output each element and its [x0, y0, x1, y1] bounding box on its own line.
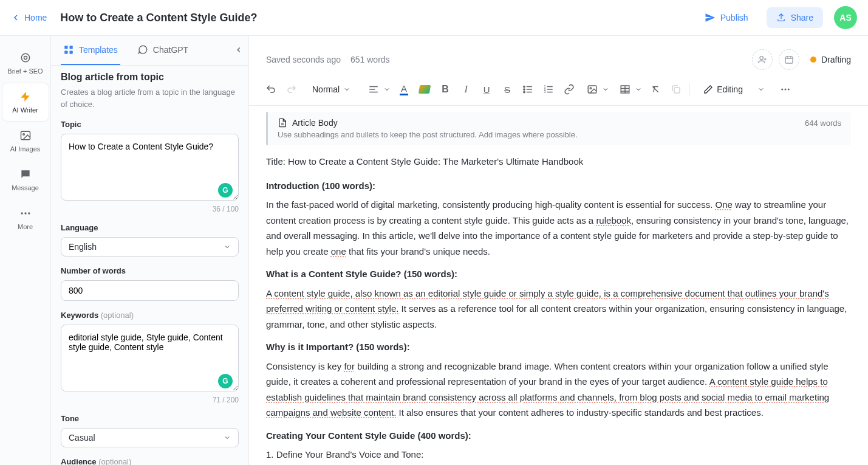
home-label: Home: [24, 13, 47, 22]
status-dot-icon: [810, 57, 816, 63]
more-icon: [780, 84, 791, 95]
text-color-icon: A: [400, 84, 408, 95]
more-icon: [19, 207, 32, 219]
share-button[interactable]: Share: [767, 7, 823, 28]
table-icon: [620, 84, 630, 95]
section-intro-head: Introduction (100 words):: [266, 178, 851, 194]
topic-input[interactable]: How to Create a Content Style Guide?: [61, 134, 239, 201]
keywords-counter: 71 / 200: [61, 396, 239, 404]
align-button[interactable]: [361, 80, 393, 99]
word-count: 651 words: [350, 55, 390, 64]
chevron-down-icon: [224, 434, 231, 441]
article-body-header: Article Body 644 words Use subheadings a…: [266, 112, 851, 145]
bolt-icon: [19, 91, 32, 103]
chevron-left-icon: [11, 13, 21, 22]
image-insert-button[interactable]: [580, 80, 612, 99]
topic-counter: 36 / 100: [61, 205, 239, 213]
underline-button[interactable]: U: [477, 80, 496, 99]
link-button[interactable]: [559, 80, 579, 99]
section-why-head: Why is it Important? (150 words):: [266, 339, 851, 355]
image-icon: [19, 129, 32, 142]
user-plus-icon: [757, 55, 767, 64]
tab-chatgpt[interactable]: ChatGPT: [135, 36, 191, 65]
svg-rect-8: [70, 46, 73, 49]
topic-label: Topic: [61, 120, 239, 129]
body-word-count: 644 words: [805, 119, 841, 128]
more-tools-button[interactable]: [776, 80, 795, 99]
redo-button[interactable]: [282, 80, 301, 99]
text-color-button[interactable]: A: [394, 80, 414, 99]
rail-ai-writer[interactable]: AI Writer: [2, 83, 49, 121]
svg-rect-12: [785, 57, 793, 63]
underline-icon: U: [484, 84, 490, 95]
upload-icon: [776, 13, 786, 22]
numbered-list-button[interactable]: 123: [539, 80, 558, 99]
section-create-head: Creating Your Content Style Guide (400 w…: [266, 428, 851, 444]
svg-point-1: [24, 57, 27, 60]
undo-icon: [265, 84, 276, 95]
svg-point-11: [760, 57, 763, 60]
rail-message[interactable]: Message: [2, 161, 49, 199]
publish-button[interactable]: Publish: [696, 7, 757, 28]
chevron-down-icon: [757, 86, 765, 93]
audience-label: Audience (optional): [61, 457, 239, 465]
user-avatar[interactable]: AS: [834, 6, 857, 29]
collapse-sidebar-button[interactable]: [233, 44, 245, 56]
keywords-input[interactable]: editorial style guide, Style guide, Cont…: [61, 325, 239, 391]
grammarly-badge[interactable]: G: [218, 374, 233, 388]
svg-point-13: [524, 86, 525, 87]
italic-button[interactable]: I: [456, 80, 476, 99]
editing-mode-select[interactable]: Editing: [697, 81, 771, 98]
grammarly-badge[interactable]: G: [218, 183, 233, 198]
words-input[interactable]: [61, 280, 239, 301]
clear-format-button[interactable]: [646, 80, 665, 99]
bullet-list-icon: [522, 84, 533, 95]
rail-brief-seo[interactable]: Brief + SEO: [2, 44, 49, 82]
svg-text:3: 3: [544, 90, 546, 94]
paragraph-style-select[interactable]: Normal: [306, 81, 357, 98]
keywords-label: Keywords (optional): [61, 311, 239, 320]
highlight-button[interactable]: [415, 80, 434, 99]
language-label: Language: [61, 223, 239, 232]
svg-point-24: [784, 89, 786, 91]
section-what-head: What is a Content Style Guide? (150 word…: [266, 266, 851, 282]
svg-point-20: [590, 88, 591, 89]
document-title[interactable]: How to Create a Content Style Guide?: [60, 12, 257, 24]
svg-point-5: [24, 212, 26, 214]
calendar-icon: [784, 55, 794, 64]
strikethrough-icon: S: [504, 84, 510, 95]
align-left-icon: [368, 84, 379, 95]
add-date-button[interactable]: [779, 49, 799, 70]
svg-rect-22: [674, 88, 680, 93]
bold-button[interactable]: B: [436, 80, 455, 99]
svg-point-14: [524, 89, 525, 90]
bold-icon: B: [442, 84, 449, 95]
chat-icon: [137, 44, 148, 55]
svg-point-25: [788, 89, 790, 91]
redo-icon: [286, 84, 297, 95]
undo-button[interactable]: [261, 80, 281, 99]
rail-more[interactable]: More: [2, 200, 49, 238]
svg-point-3: [22, 134, 24, 136]
bullet-list-button[interactable]: [518, 80, 538, 99]
svg-point-15: [524, 91, 525, 92]
panel-description: Creates a blog article from a topic in t…: [61, 86, 239, 110]
pencil-icon: [703, 84, 713, 94]
image-icon: [587, 84, 598, 95]
rail-ai-images[interactable]: AI Images: [2, 122, 49, 160]
tone-label: Tone: [61, 414, 239, 423]
saved-status: Saved seconds ago: [266, 55, 341, 64]
table-insert-button[interactable]: [613, 80, 644, 99]
section-intro-body: In the fast-paced world of digital marke…: [266, 197, 851, 259]
copy-button[interactable]: [666, 80, 686, 99]
strikethrough-button[interactable]: S: [497, 80, 517, 99]
status-badge[interactable]: Drafting: [810, 55, 851, 64]
section-why-body: Consistency is key for building a strong…: [266, 359, 851, 421]
tab-templates[interactable]: Templates: [61, 36, 120, 65]
add-assignee-button[interactable]: [752, 49, 773, 70]
home-link[interactable]: Home: [11, 13, 47, 22]
tone-select[interactable]: Casual: [61, 428, 239, 447]
article-content[interactable]: Title: How to Create a Content Style Gui…: [266, 154, 851, 465]
language-select[interactable]: English: [61, 237, 239, 257]
highlight-icon: [419, 85, 431, 94]
